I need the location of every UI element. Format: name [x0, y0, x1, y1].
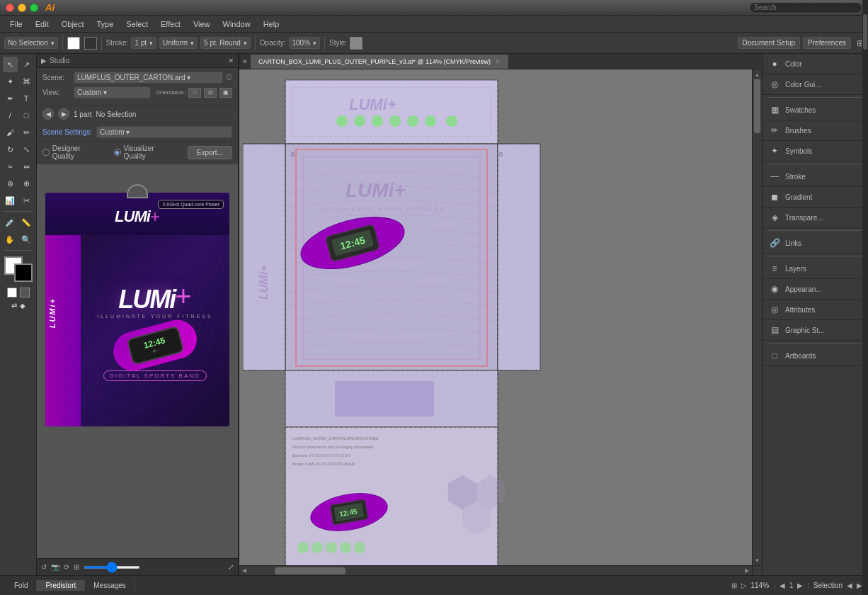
close-button[interactable]: [6, 4, 14, 12]
menu-object[interactable]: Object: [56, 18, 90, 30]
menu-select[interactable]: Select: [120, 18, 154, 30]
horizontal-scroll-handle[interactable]: [275, 567, 346, 574]
studio-close-icon[interactable]: ✕: [228, 57, 234, 64]
width-tool[interactable]: ⇔: [19, 159, 34, 174]
menu-window[interactable]: Window: [217, 18, 256, 30]
zoom-tool[interactable]: 🔍: [19, 232, 34, 247]
panel-item-gradient[interactable]: ◼ Gradient: [763, 187, 868, 208]
orient-btn-1[interactable]: □: [188, 88, 201, 98]
part-prev-btn[interactable]: ◀: [42, 108, 54, 120]
panel-item-links[interactable]: 🔗 Links: [763, 233, 868, 254]
blend-tool[interactable]: ⊛: [3, 176, 18, 191]
orient-btn-3[interactable]: ▣: [219, 88, 232, 98]
fold-tab[interactable]: Fold: [6, 580, 37, 591]
document-setup-btn[interactable]: Document Setup: [738, 37, 801, 49]
fill-color-swatch[interactable]: [67, 37, 80, 50]
messages-tab[interactable]: Messages: [85, 580, 135, 591]
menu-view[interactable]: View: [188, 18, 216, 30]
vertical-scroll-handle[interactable]: [754, 76, 760, 133]
menu-edit[interactable]: Edit: [30, 18, 55, 30]
panel-item-graphic-styles[interactable]: ▤ Graphic St...: [763, 320, 868, 341]
panel-item-symbols[interactable]: ✦ Symbols: [763, 141, 868, 162]
panel-item-color-guide[interactable]: ◎ Color Gui...: [763, 74, 868, 95]
scene-info-icon[interactable]: ⓘ: [226, 73, 232, 82]
studio-fullscreen-icon[interactable]: ⤢: [228, 563, 234, 571]
panel-item-appearance[interactable]: ◉ Appearan...: [763, 279, 868, 300]
designer-quality-radio[interactable]: Designer Quality: [42, 144, 103, 160]
panel-item-brushes[interactable]: ✏ Brushes: [763, 120, 868, 141]
scroll-down-btn[interactable]: ▼: [753, 555, 762, 565]
scale-tool[interactable]: ⤡: [19, 142, 34, 157]
paintbrush-tool[interactable]: 🖌: [3, 125, 18, 140]
maximize-button[interactable]: [30, 4, 38, 12]
scroll-right-btn[interactable]: ▶: [742, 566, 752, 575]
artboard-next-btn[interactable]: ▶: [797, 582, 803, 589]
stroke-value-dropdown[interactable]: 1 pt: [131, 37, 156, 49]
magic-wand-tool[interactable]: ✦: [3, 74, 18, 89]
panel-item-color[interactable]: ● Color: [763, 54, 868, 74]
horizontal-scrollbar[interactable]: ◀ ▶: [239, 565, 752, 575]
line-type-dropdown[interactable]: Uniform: [159, 37, 198, 49]
brush-dropdown[interactable]: 5 pt. Round: [200, 37, 251, 49]
studio-camera-icon[interactable]: 📷: [51, 563, 59, 571]
background-color[interactable]: [14, 264, 33, 282]
panel-item-transparency[interactable]: ◈ Transpare...: [763, 208, 868, 228]
vertical-scrollbar[interactable]: ▲ ▼: [752, 69, 762, 565]
part-play-btn[interactable]: ▶: [58, 108, 69, 120]
scene-settings-select[interactable]: Custom: [96, 126, 232, 138]
studio-rotate-icon[interactable]: ⟳: [64, 563, 69, 571]
pen-tool[interactable]: ✒: [3, 91, 18, 106]
menu-effect[interactable]: Effect: [155, 18, 186, 30]
studio-grid-icon[interactable]: ⊞: [74, 563, 79, 571]
title-search-input[interactable]: [749, 2, 862, 13]
select-tool[interactable]: ↖: [3, 57, 18, 72]
right-panel-scrollbar[interactable]: [862, 0, 868, 595]
rect-tool[interactable]: □: [19, 108, 34, 123]
opacity-dropdown[interactable]: 100%: [289, 37, 321, 49]
eyedropper-tool[interactable]: 💉: [3, 215, 18, 230]
menu-type[interactable]: Type: [91, 18, 120, 30]
orient-btn-2[interactable]: ⊡: [204, 88, 217, 98]
menu-help[interactable]: Help: [258, 18, 285, 30]
predistort-tab[interactable]: Predistort: [37, 580, 85, 591]
normal-mode-icon[interactable]: [7, 288, 17, 298]
right-panel-scroll-handle[interactable]: [863, 14, 867, 50]
symbol-sprayer-tool[interactable]: ⊕: [19, 176, 34, 191]
ai-document-tab[interactable]: CARTON_BOX_LUMI_PLUS_OUTER_PURPLE_v3.ai*…: [251, 55, 508, 69]
lasso-tool[interactable]: ⌘: [19, 74, 34, 89]
hand-tool[interactable]: ✋: [3, 232, 18, 247]
default-colors-icon[interactable]: ◆: [20, 302, 25, 310]
panel-item-attributes[interactable]: ◎ Attributes: [763, 300, 868, 320]
visualizer-quality-radio[interactable]: Visualizer Quality: [114, 144, 176, 160]
style-swatch[interactable]: [350, 37, 362, 50]
ai-canvas-area[interactable]: LUMi+: [239, 69, 762, 575]
switch-colors-icon[interactable]: ⇄: [11, 302, 17, 310]
menu-file[interactable]: File: [4, 18, 28, 30]
slice-tool[interactable]: ✂: [19, 193, 34, 208]
studio-collapse-icon[interactable]: ▶: [41, 57, 47, 64]
type-tool[interactable]: T: [19, 91, 34, 106]
status-next-btn[interactable]: ▶: [857, 582, 862, 589]
stroke-mode-swatch[interactable]: [84, 37, 97, 50]
zoom-level[interactable]: 114%: [751, 582, 770, 589]
scroll-left-btn[interactable]: ◀: [239, 566, 249, 575]
scene-select[interactable]: LUMPLUS_OUTER_CARTON.ard: [74, 72, 223, 84]
studio-zoom-slider[interactable]: [84, 566, 140, 569]
export-button[interactable]: Export...: [188, 146, 232, 159]
preferences-btn[interactable]: Preferences: [803, 37, 851, 49]
scroll-up-btn[interactable]: ▲: [753, 69, 762, 79]
ai-tab-close-btn[interactable]: ✕: [495, 58, 501, 65]
rotate-tool[interactable]: ↻: [3, 142, 18, 157]
status-prev-btn[interactable]: ◀: [847, 582, 852, 589]
panel-item-swatches[interactable]: ▦ Swatches: [763, 100, 868, 120]
preview-mode-icon[interactable]: [20, 288, 30, 298]
column-graph-tool[interactable]: 📊: [3, 193, 18, 208]
panel-item-stroke[interactable]: — Stroke: [763, 166, 868, 187]
artboard-prev-btn[interactable]: ◀: [780, 582, 785, 589]
scene-settings-link[interactable]: Scene Settings:: [42, 128, 92, 136]
studio-refresh-icon[interactable]: ↺: [41, 563, 47, 571]
direct-select-tool[interactable]: ↗: [19, 57, 34, 72]
line-tool[interactable]: /: [3, 108, 18, 123]
panel-item-artboards[interactable]: □ Artboards: [763, 346, 868, 366]
tab-close-all-icon[interactable]: ✕: [242, 58, 248, 65]
